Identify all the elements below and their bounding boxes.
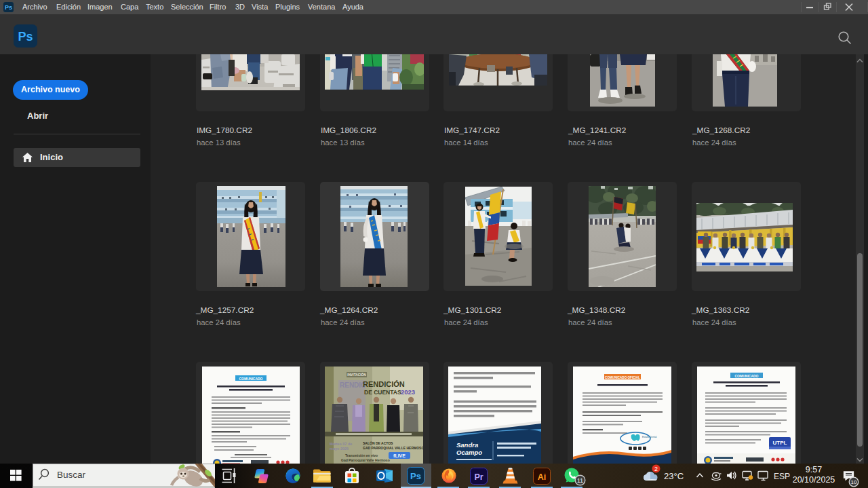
svg-text:Ps: Ps [410, 471, 421, 481]
svg-text:Pr: Pr [474, 472, 483, 482]
svg-text:RENDIC: RENDIC [340, 381, 366, 389]
svg-text:fLIVE: fLIVE [393, 453, 406, 458]
svg-text:COMUNICADO OFICIAL: COMUNICADO OFICIAL [605, 376, 640, 379]
svg-text:Ocampo: Ocampo [456, 449, 482, 456]
svg-text:mayo 2025: mayo 2025 [330, 447, 349, 451]
svg-text:RENDICIÓN: RENDICIÓN [363, 380, 405, 388]
svg-text:Ps: Ps [5, 4, 12, 11]
svg-text:10: 10 [851, 479, 857, 485]
svg-text:Sandra: Sandra [456, 441, 478, 449]
svg-text:Transmisión en vivo: Transmisión en vivo [345, 453, 378, 457]
svg-text:Martes 07 de: Martes 07 de [330, 442, 352, 446]
svg-text:UTPL: UTPL [773, 440, 787, 446]
svg-text:Ps: Ps [18, 30, 33, 43]
svg-text:GAD PARROQUIAL VALLE HERMOSO: GAD PARROQUIAL VALLE HERMOSO [363, 446, 423, 450]
svg-text:2023: 2023 [401, 388, 415, 396]
svg-text:Gad Parroquial Valle Hermoso: Gad Parroquial Valle Hermoso [341, 458, 390, 462]
svg-text:Estalik Dental: Estalik Dental [642, 436, 657, 438]
svg-text:INVITACIÓN: INVITACIÓN [347, 372, 366, 377]
svg-text:Ai: Ai [538, 472, 547, 482]
svg-text:2: 2 [654, 466, 658, 472]
svg-text:SALÓN DE ACTOS: SALÓN DE ACTOS [363, 440, 393, 445]
svg-text:DE CUENTAS: DE CUENTAS [364, 389, 401, 396]
svg-text:11: 11 [577, 477, 583, 484]
svg-text:COMUNICADO: COMUNICADO [735, 374, 759, 378]
svg-text:COMUNICADO: COMUNICADO [239, 377, 263, 381]
